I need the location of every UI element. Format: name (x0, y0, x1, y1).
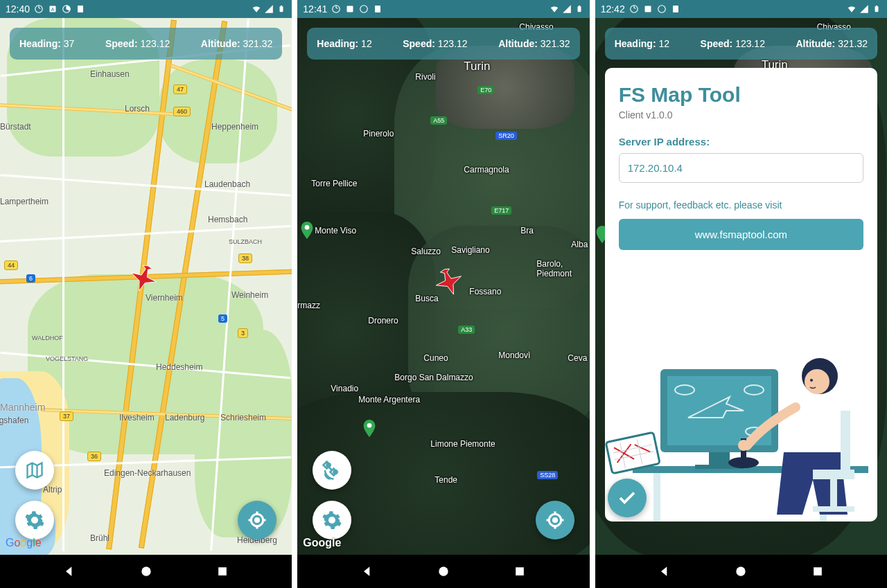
svg-rect-49 (813, 470, 854, 479)
svg-point-9 (141, 567, 150, 576)
map-label: Brühl (90, 533, 109, 543)
android-nav-bar (0, 555, 292, 588)
telemetry-bar: Heading: 37 Speed: 123.12 Altitude: 321.… (10, 28, 282, 60)
map-label: Torre Pellice (311, 179, 357, 188)
settings-button[interactable] (15, 501, 54, 540)
svg-rect-50 (830, 479, 837, 507)
map-label: Fossano (469, 287, 501, 296)
map-label: Heddesheim (156, 362, 202, 372)
svg-rect-28 (673, 6, 678, 12)
nav-recents-button[interactable] (513, 564, 527, 578)
status-time: 12:40 (6, 3, 30, 15)
settings-button[interactable] (313, 501, 351, 540)
nav-back-button[interactable] (658, 564, 671, 578)
map-label: Monte Argentera (358, 395, 420, 404)
svg-rect-10 (218, 567, 227, 576)
map-label: Ladenburg (165, 413, 204, 422)
ip-label: Server IP address: (619, 136, 863, 148)
svg-point-13 (360, 6, 368, 13)
map-label: Weinheim (231, 290, 268, 300)
website-link-button[interactable]: www.fsmaptool.com (619, 219, 863, 250)
signal-icon (859, 4, 869, 14)
map-type-button[interactable] (313, 451, 351, 490)
svg-rect-26 (644, 6, 651, 12)
map-label: Mannheim (0, 402, 45, 413)
road-shield: A55 (430, 116, 447, 125)
locate-button[interactable] (536, 501, 574, 540)
map-label: Ceva (568, 353, 587, 363)
status-icon (345, 4, 355, 14)
android-nav-bar (297, 555, 589, 588)
road-shield: 37 (60, 411, 73, 421)
signal-icon (562, 4, 572, 14)
svg-rect-36 (709, 452, 730, 466)
map-label: Mondovì (498, 350, 530, 360)
map-label: Heppenheim (211, 122, 258, 132)
status-time: 12:41 (303, 3, 327, 15)
wifi-icon (252, 4, 261, 14)
nav-home-button[interactable] (734, 564, 748, 578)
poi-marker-icon[interactable] (300, 222, 314, 240)
phone-screen-satellite: 12:41 Chivasso Turin Rivoli Pinerolo Car… (297, 0, 589, 588)
map-label: Cuneo (423, 353, 448, 363)
map-label: Busca (415, 294, 438, 303)
nav-home-button[interactable] (437, 564, 450, 578)
map-label: Carmagnola (464, 165, 509, 175)
nav-back-button[interactable] (62, 564, 76, 578)
map-label: Ilvesheim (119, 413, 155, 422)
ip-input[interactable] (619, 153, 863, 183)
svg-point-22 (553, 519, 556, 522)
road-shield: 47 (173, 84, 187, 94)
telemetry-bar: Heading: 12 Speed: 123.12 Altitude: 321.… (307, 28, 579, 60)
map-label: Limone Piemonte (430, 439, 495, 449)
locate-button[interactable] (238, 501, 276, 540)
svg-rect-53 (814, 567, 822, 576)
status-icon (331, 4, 341, 14)
svg-rect-4 (78, 6, 83, 12)
map-road[interactable]: Einhausen Lorsch Heppenheim Bürstadt Lam… (0, 18, 292, 555)
svg-point-47 (738, 440, 749, 451)
map-type-button[interactable] (15, 451, 54, 490)
map-label: Barolo, Piedmont (536, 259, 589, 278)
nav-back-button[interactable] (360, 564, 374, 578)
wifi-icon (847, 4, 857, 14)
map-label: Lampertheim (0, 197, 49, 206)
map-label: Edingen-Neckarhausen (104, 468, 191, 478)
phone-screen-road: 12:40 A (0, 0, 292, 588)
map-satellite[interactable]: Chivasso Turin Rivoli Pinerolo Carmagnol… (297, 18, 589, 555)
battery-icon (574, 4, 584, 14)
map-label: Rivoli (415, 72, 435, 82)
map-label: WALDHOF (32, 335, 63, 341)
road-shield: E70 (477, 86, 494, 94)
nav-recents-button[interactable] (216, 564, 229, 578)
road-shield: 6 (26, 274, 35, 283)
svg-rect-14 (375, 6, 380, 12)
status-bar: 12:40 A (0, 0, 292, 18)
svg-rect-24 (516, 567, 524, 576)
road-shield: E717 (491, 206, 511, 215)
status-icon (76, 4, 85, 14)
road-shield: 36 (87, 452, 101, 461)
nav-home-button[interactable] (139, 564, 153, 578)
status-icon (34, 4, 44, 14)
road-shield: 5 (218, 314, 227, 323)
map-label: Bürstadt (0, 122, 31, 132)
status-bar: 12:42 (595, 0, 887, 18)
map-label: Saluzzo (411, 247, 441, 256)
svg-rect-30 (876, 6, 878, 6)
status-time: 12:42 (601, 3, 625, 15)
svg-rect-6 (281, 6, 283, 6)
nav-recents-button[interactable] (811, 564, 825, 578)
map-label: VOGELSTANG (46, 355, 88, 362)
poi-marker-icon[interactable] (362, 420, 376, 438)
battery-icon (276, 4, 286, 14)
status-icon (62, 4, 71, 14)
road-shield: 3 (238, 328, 248, 338)
map-label: Bra (520, 226, 534, 235)
svg-point-20 (333, 470, 339, 475)
phone-screen-settings: 12:42 Chivasso Turin Heading: 12 Speed: … (595, 0, 887, 588)
road-shield: SS28 (537, 471, 558, 479)
settings-title: FS Map Tool (619, 83, 863, 107)
map-label: Borgo San Dalmazzo (394, 373, 473, 382)
confirm-button[interactable] (608, 479, 647, 517)
